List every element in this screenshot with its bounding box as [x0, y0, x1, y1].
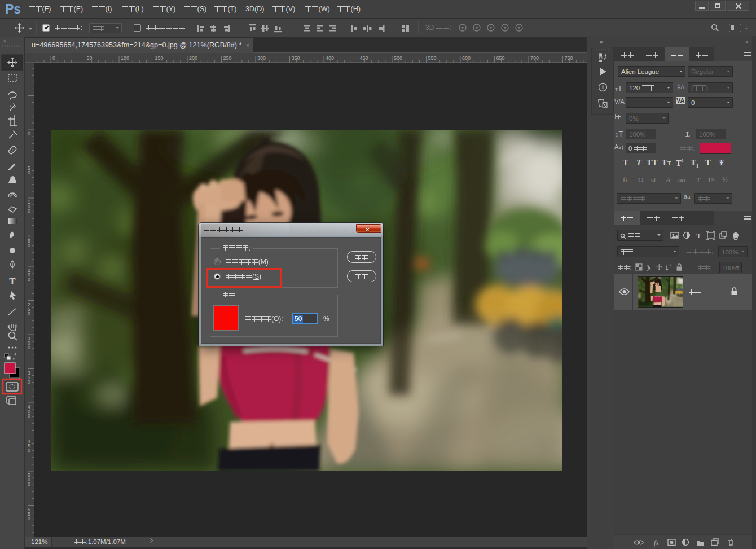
- svg-text:0: 0: [28, 131, 30, 137]
- svg-text:250: 250: [28, 302, 30, 317]
- svg-text:650: 650: [496, 55, 505, 61]
- svg-text:200: 200: [28, 267, 30, 282]
- svg-text:250: 250: [223, 55, 232, 61]
- svg-text:600: 600: [462, 55, 471, 61]
- svg-text:400: 400: [28, 404, 30, 419]
- svg-text:150: 150: [28, 234, 30, 248]
- svg-text:T: T: [696, 231, 701, 240]
- svg-text:550: 550: [28, 507, 30, 521]
- svg-text:400: 400: [326, 55, 334, 61]
- svg-text:750: 750: [565, 55, 573, 61]
- svg-text:T: T: [9, 276, 16, 287]
- svg-text:fx: fx: [654, 539, 659, 547]
- svg-text:150: 150: [155, 55, 164, 61]
- svg-text:50: 50: [87, 55, 93, 61]
- svg-text:200: 200: [189, 55, 197, 61]
- svg-text:500: 500: [28, 472, 30, 487]
- svg-text:350: 350: [28, 370, 30, 385]
- svg-text:50: 50: [28, 165, 30, 175]
- svg-text:300: 300: [28, 336, 30, 350]
- svg-text:0: 0: [52, 55, 55, 61]
- svg-text:300: 300: [257, 55, 266, 61]
- svg-text:500: 500: [394, 55, 402, 61]
- svg-text:350: 350: [292, 55, 300, 61]
- svg-text:550: 550: [428, 55, 437, 61]
- svg-text:100: 100: [121, 55, 129, 61]
- svg-text:450: 450: [28, 438, 30, 453]
- svg-text:700: 700: [530, 55, 539, 61]
- svg-text:450: 450: [360, 55, 368, 61]
- svg-text:100: 100: [28, 199, 30, 214]
